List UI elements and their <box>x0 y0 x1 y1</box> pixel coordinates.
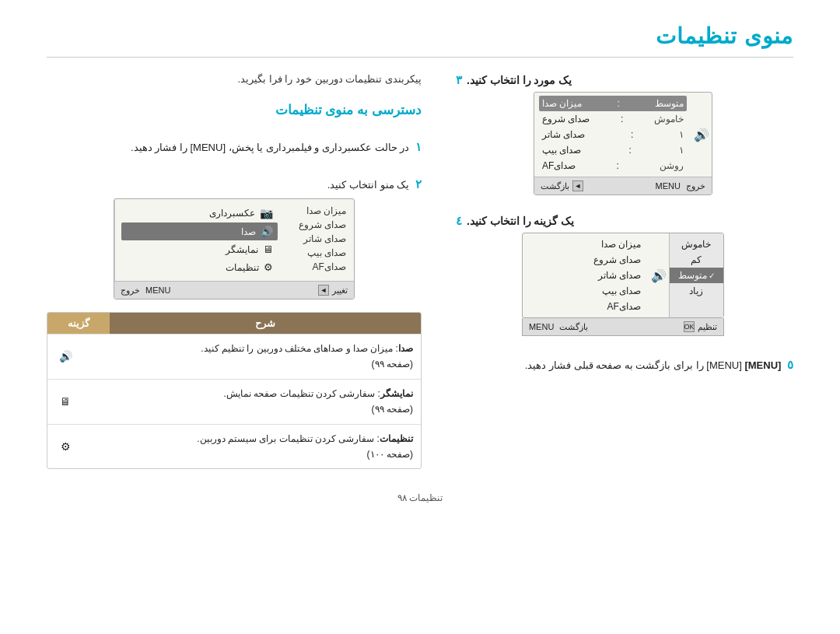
menu-row-beep-value: ١ <box>679 145 684 156</box>
gear-icon: ⚙ <box>264 261 273 273</box>
exit-label-step3: خروج <box>686 181 705 191</box>
submenu-rows: میزان صدا صدای شروع صدای شاتر صدای بیپ ص <box>523 233 649 317</box>
info-row-settings-text: تنظیمات: سفارشی کردن تنظیمات برای سیستم … <box>83 431 413 463</box>
speaker-icon-step4: 🔊 <box>649 233 669 317</box>
menu-footer-left-step3: خروج MENU <box>656 181 705 191</box>
info-row-sound-text: صدا: میزان صدا و صداهای مختلف دوربین را … <box>83 341 413 373</box>
arrow-btn-step3[interactable]: ◄ <box>572 180 583 191</box>
info-row-sound: صدا: میزان صدا و صداهای مختلف دوربین را … <box>47 334 421 379</box>
step4-text: یک گزینه را انتخاب کنید. <box>467 215 574 227</box>
menu-item-settings-label: تنظیمات <box>226 262 259 273</box>
display-icon: 🖥 <box>263 243 273 255</box>
menu-footer-step4: تنظیم OK بازگشت MENU <box>522 318 724 336</box>
step4-header: یک گزینه را انتخاب کنید. ٤ <box>453 214 793 228</box>
main-menu-options: میزان صدا صدای شروع صدای شاتر صدای بیپ ص… <box>284 199 354 281</box>
menu-row-shutter[interactable]: ١ : صدای شاتر <box>539 127 687 142</box>
step3-text: یک مورد را انتخاب کنید. <box>467 74 572 86</box>
menu-item-camera[interactable]: 📷 عکسبرداری <box>121 204 278 222</box>
popup-item-high[interactable]: زیاد <box>670 283 723 299</box>
info-bold-sound: صدا <box>398 343 413 354</box>
step5: ٥ [MENU] [MENU] را برای بازگشت به صفحه ق… <box>453 355 793 380</box>
speaker-icon: 🔊 <box>261 226 273 237</box>
step1-text: ١ در حالت عکسبرداری و فیلمبرداری یا پخش،… <box>47 137 422 157</box>
sub-row-beep[interactable]: صدای بیپ <box>527 283 644 299</box>
menu-item-sound[interactable]: 🔊 صدا <box>121 222 278 240</box>
main-menu-footer-left: تغییر ◄ <box>318 285 348 296</box>
footer-menu-label: MENU <box>145 285 170 295</box>
menu-row-startup[interactable]: خاموش : صدای شروع <box>539 111 687 127</box>
info-row-settings: تنظیمات: سفارشی کردن تنظیمات برای سیستم … <box>47 424 421 469</box>
right-column: پیکربندی تنظیمات دوربین خود را فرا بگیری… <box>47 73 422 469</box>
info-table-body: صدا: میزان صدا و صداهای مختلف دوربین را … <box>47 334 421 468</box>
menu-label-step4: MENU <box>529 322 554 331</box>
info-table: شرح گزینه صدا: میزان صدا و صداهای مختلف … <box>47 312 422 469</box>
footer-exit-label: خروج <box>121 285 140 295</box>
back-label-step4: بازگشت <box>559 322 588 331</box>
info-row-display-text: نمایشگر: سفارشی کردن تنظیمات صفحه نمایش.… <box>83 386 413 418</box>
popup-item-low[interactable]: کم <box>670 252 723 268</box>
sub-row-volume[interactable]: میزان صدا <box>527 236 644 252</box>
info-row-display-icon: 🖥 <box>55 395 75 408</box>
menu-row-af-value: روشن <box>660 160 684 171</box>
speaker-glyph-step3: 🔊 <box>694 128 709 142</box>
menu-item-camera-label: عکسبرداری <box>209 208 255 219</box>
col-option-header: گزینه <box>47 313 110 334</box>
popup-item-off[interactable]: خاموش <box>670 236 723 252</box>
menu-footer-step3: خروج MENU ◄ بازگشت <box>534 177 712 194</box>
sub-row-shutter[interactable]: صدای شاتر <box>527 268 644 283</box>
menu-option-2: صدای شروع <box>289 218 349 232</box>
menu-item-display-label: نمایشگر <box>226 244 258 255</box>
submenu-main-area: 🔊 میزان صدا صدای شروع صدای شاتر <box>523 233 669 317</box>
menu-row-beep[interactable]: ١ : صدای بیپ <box>539 142 687 158</box>
step3: یک مورد را انتخاب کنید. ٣ 🔊 متوسط : میزا… <box>453 73 793 195</box>
menu-row-beep-label: صدای بیپ <box>542 145 581 156</box>
step4-number: ٤ <box>456 214 462 228</box>
ok-label-step4: تنظیم <box>698 322 717 332</box>
menu-option-5: صدایAF <box>289 260 349 274</box>
menu-label-step3: MENU <box>656 181 681 191</box>
menu-row-shutter-label: صدای شاتر <box>542 129 585 140</box>
intro-text: پیکربندی تنظیمات دوربین خود را فرا بگیری… <box>47 73 422 85</box>
col-desc-header: شرح <box>110 313 421 334</box>
sub-row-af[interactable]: صدایAF <box>527 299 644 314</box>
step5-text: ٥ [MENU] [MENU] را برای بازگشت به صفحه ق… <box>453 355 793 375</box>
menu-row-af[interactable]: روشن : صدایAF <box>539 158 687 173</box>
menu-row-startup-value: خاموش <box>654 114 684 124</box>
menu-option-3: صدای شاتر <box>289 232 349 246</box>
footer-change-label: تغییر <box>332 285 348 296</box>
info-bold-settings: تنظیمات <box>380 433 413 444</box>
info-table-header: شرح گزینه <box>47 313 421 334</box>
menu-row-af-label: صدایAF <box>542 160 576 171</box>
step3-header: یک مورد را انتخاب کنید. ٣ <box>453 73 793 87</box>
main-menu-footer: تغییر ◄ MENU خروج <box>114 281 354 299</box>
arrow-button[interactable]: ◄ <box>318 285 329 296</box>
menu-row-volume[interactable]: متوسط : میزان صدا <box>539 96 687 111</box>
menu-box-step4: خاموش کم متوسط زیاد 🔊 میزان صدا <box>522 233 724 318</box>
menu-box-step3: 🔊 متوسط : میزان صدا خاموش : صدای شروع <box>534 92 712 195</box>
main-menu-content: میزان صدا صدای شروع صدای شاتر صدای بیپ ص… <box>114 199 354 281</box>
menu-option-4: صدای بیپ <box>289 246 349 260</box>
popup-item-medium[interactable]: متوسط <box>670 268 723 283</box>
menu-box-step3-inner: 🔊 متوسط : میزان صدا خاموش : صدای شروع <box>534 93 712 177</box>
menu-row-shutter-value: ١ <box>679 129 684 140</box>
sub-row-startup[interactable]: صدای شروع <box>527 252 644 268</box>
menu-item-display[interactable]: 🖥 نمایشگر <box>121 240 278 258</box>
camera-icon: 📷 <box>260 207 273 219</box>
step1: ١ در حالت عکسبرداری و فیلمبرداری یا پخش،… <box>47 137 422 162</box>
info-row-display: نمایشگر: سفارشی کردن تنظیمات صفحه نمایش.… <box>47 379 421 424</box>
menu-option-1: میزان صدا <box>289 204 349 218</box>
info-row-sound-icon: 🔊 <box>55 350 75 363</box>
menu-row-volume-value: متوسط <box>655 98 684 109</box>
menu-footer-left-step4: تنظیم OK <box>684 321 717 332</box>
speaker-icon-step3: 🔊 <box>691 93 712 177</box>
step2-number: ٢ <box>415 177 422 191</box>
main-menu-footer-right: MENU خروج <box>121 285 170 296</box>
menu-row-startup-label: صدای شروع <box>542 114 590 124</box>
ok-btn-step4[interactable]: OK <box>684 321 695 332</box>
step4: یک گزینه را انتخاب کنید. ٤ خاموش کم متوس… <box>453 214 793 336</box>
menu-item-settings[interactable]: ⚙ تنظیمات <box>121 258 278 276</box>
main-menu-box: میزان صدا صدای شروع صدای شاتر صدای بیپ ص… <box>114 198 355 299</box>
submenu-popup: خاموش کم متوسط زیاد <box>669 233 723 317</box>
menu-row-volume-label: میزان صدا <box>542 98 582 109</box>
step2-text: ٢ یک منو انتخاب کنید. <box>47 174 422 194</box>
